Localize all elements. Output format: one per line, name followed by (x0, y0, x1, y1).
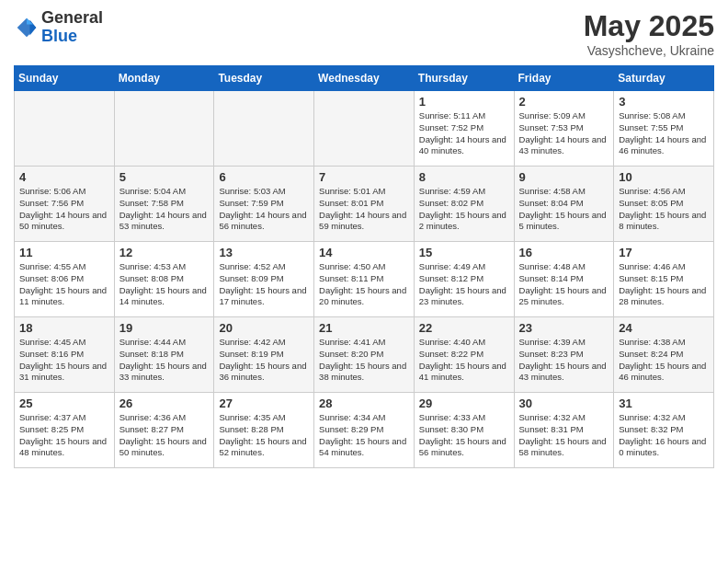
day-number: 9 (519, 170, 609, 184)
calendar-day-cell: 10Sunrise: 4:56 AMSunset: 8:05 PMDayligh… (614, 167, 714, 242)
day-number: 20 (219, 321, 309, 335)
calendar-day-cell: 20Sunrise: 4:42 AMSunset: 8:19 PMDayligh… (214, 317, 314, 393)
calendar-day-cell: 12Sunrise: 4:53 AMSunset: 8:08 PMDayligh… (114, 242, 214, 317)
day-number: 23 (519, 321, 609, 335)
day-info: Sunrise: 4:37 AMSunset: 8:25 PMDaylight:… (19, 412, 109, 459)
day-number: 29 (419, 396, 509, 410)
day-number: 17 (619, 246, 709, 259)
calendar-day-cell: 15Sunrise: 4:49 AMSunset: 8:12 PMDayligh… (414, 242, 514, 317)
calendar-day-cell (114, 91, 214, 167)
day-info: Sunrise: 4:32 AMSunset: 8:31 PMDaylight:… (519, 412, 609, 459)
calendar-day-cell: 24Sunrise: 4:38 AMSunset: 8:24 PMDayligh… (614, 317, 714, 393)
calendar-day-cell: 26Sunrise: 4:36 AMSunset: 8:27 PMDayligh… (114, 393, 214, 468)
day-number: 28 (319, 396, 409, 410)
day-number: 19 (119, 321, 210, 335)
day-info: Sunrise: 4:35 AMSunset: 8:28 PMDaylight:… (219, 412, 309, 459)
calendar-week-row: 18Sunrise: 4:45 AMSunset: 8:16 PMDayligh… (15, 317, 714, 393)
day-info: Sunrise: 4:55 AMSunset: 8:06 PMDaylight:… (19, 261, 109, 308)
header: General Blue May 2025 Vasyshcheve, Ukrai… (14, 9, 714, 58)
day-info: Sunrise: 4:44 AMSunset: 8:18 PMDaylight:… (119, 337, 210, 384)
day-info: Sunrise: 4:49 AMSunset: 8:12 PMDaylight:… (419, 261, 509, 308)
calendar-week-row: 11Sunrise: 4:55 AMSunset: 8:06 PMDayligh… (15, 242, 714, 317)
header-saturday: Saturday (614, 66, 714, 91)
calendar-week-row: 1Sunrise: 5:11 AMSunset: 7:52 PMDaylight… (15, 91, 714, 167)
calendar-day-cell: 28Sunrise: 4:34 AMSunset: 8:29 PMDayligh… (314, 393, 415, 468)
day-info: Sunrise: 4:46 AMSunset: 8:15 PMDaylight:… (619, 261, 709, 308)
calendar-day-cell (15, 91, 115, 167)
header-friday: Friday (514, 66, 614, 91)
day-info: Sunrise: 4:53 AMSunset: 8:08 PMDaylight:… (119, 261, 210, 308)
day-number: 3 (619, 95, 709, 109)
day-info: Sunrise: 5:11 AMSunset: 7:52 PMDaylight:… (419, 110, 509, 157)
day-number: 24 (619, 321, 709, 335)
day-number: 18 (19, 321, 109, 335)
calendar-week-row: 4Sunrise: 5:06 AMSunset: 7:56 PMDaylight… (15, 167, 714, 242)
day-info: Sunrise: 4:32 AMSunset: 8:32 PMDaylight:… (619, 412, 709, 459)
calendar-subtitle: Vasyshcheve, Ukraine (584, 43, 714, 58)
day-info: Sunrise: 4:41 AMSunset: 8:20 PMDaylight:… (319, 337, 409, 384)
calendar-day-cell: 9Sunrise: 4:58 AMSunset: 8:04 PMDaylight… (514, 167, 614, 242)
day-number: 10 (619, 170, 709, 184)
day-number: 8 (419, 170, 509, 184)
day-number: 2 (519, 95, 609, 109)
day-number: 5 (119, 170, 210, 184)
calendar-day-cell: 21Sunrise: 4:41 AMSunset: 8:20 PMDayligh… (314, 317, 415, 393)
calendar-day-cell: 11Sunrise: 4:55 AMSunset: 8:06 PMDayligh… (15, 242, 115, 317)
svg-marker-1 (29, 19, 36, 35)
calendar-day-cell: 27Sunrise: 4:35 AMSunset: 8:28 PMDayligh… (214, 393, 314, 468)
day-number: 26 (119, 396, 210, 410)
calendar-day-cell: 4Sunrise: 5:06 AMSunset: 7:56 PMDaylight… (15, 167, 115, 242)
calendar-day-cell: 31Sunrise: 4:32 AMSunset: 8:32 PMDayligh… (614, 393, 714, 468)
day-number: 7 (319, 170, 409, 184)
day-info: Sunrise: 4:42 AMSunset: 8:19 PMDaylight:… (219, 337, 309, 384)
day-number: 13 (219, 246, 309, 259)
day-number: 21 (319, 321, 409, 335)
day-info: Sunrise: 4:50 AMSunset: 8:11 PMDaylight:… (319, 261, 409, 308)
calendar-day-cell: 16Sunrise: 4:48 AMSunset: 8:14 PMDayligh… (514, 242, 614, 317)
day-info: Sunrise: 5:09 AMSunset: 7:53 PMDaylight:… (519, 110, 609, 157)
calendar-day-cell: 1Sunrise: 5:11 AMSunset: 7:52 PMDaylight… (414, 91, 514, 167)
day-number: 31 (619, 396, 709, 410)
header-thursday: Thursday (414, 66, 514, 91)
calendar-day-cell: 7Sunrise: 5:01 AMSunset: 8:01 PMDaylight… (314, 167, 415, 242)
header-monday: Monday (114, 66, 214, 91)
day-info: Sunrise: 4:40 AMSunset: 8:22 PMDaylight:… (419, 337, 509, 384)
day-number: 30 (519, 396, 609, 410)
day-info: Sunrise: 5:03 AMSunset: 7:59 PMDaylight:… (219, 186, 309, 233)
page: General Blue May 2025 Vasyshcheve, Ukrai… (0, 0, 728, 563)
day-number: 22 (419, 321, 509, 335)
day-number: 11 (19, 246, 109, 259)
header-sunday: Sunday (15, 66, 115, 91)
calendar-table: Sunday Monday Tuesday Wednesday Thursday… (14, 65, 714, 468)
day-info: Sunrise: 5:04 AMSunset: 7:58 PMDaylight:… (119, 186, 210, 233)
day-info: Sunrise: 4:58 AMSunset: 8:04 PMDaylight:… (519, 186, 609, 233)
calendar-day-cell: 30Sunrise: 4:32 AMSunset: 8:31 PMDayligh… (514, 393, 614, 468)
day-number: 12 (119, 246, 210, 259)
day-info: Sunrise: 5:08 AMSunset: 7:55 PMDaylight:… (619, 110, 709, 157)
calendar-week-row: 25Sunrise: 4:37 AMSunset: 8:25 PMDayligh… (15, 393, 714, 468)
day-number: 1 (419, 95, 509, 109)
day-info: Sunrise: 4:48 AMSunset: 8:14 PMDaylight:… (519, 261, 609, 308)
day-info: Sunrise: 4:39 AMSunset: 8:23 PMDaylight:… (519, 337, 609, 384)
day-number: 16 (519, 246, 609, 259)
day-number: 15 (419, 246, 509, 259)
day-number: 6 (219, 170, 309, 184)
calendar-day-cell: 18Sunrise: 4:45 AMSunset: 8:16 PMDayligh… (15, 317, 115, 393)
day-info: Sunrise: 5:06 AMSunset: 7:56 PMDaylight:… (19, 186, 109, 233)
calendar-day-cell: 5Sunrise: 5:04 AMSunset: 7:58 PMDaylight… (114, 167, 214, 242)
weekday-header-row: Sunday Monday Tuesday Wednesday Thursday… (15, 66, 714, 91)
day-info: Sunrise: 4:56 AMSunset: 8:05 PMDaylight:… (619, 186, 709, 233)
day-number: 27 (219, 396, 309, 410)
day-info: Sunrise: 4:34 AMSunset: 8:29 PMDaylight:… (319, 412, 409, 459)
day-number: 25 (19, 396, 109, 410)
logo-general-text: General (41, 8, 103, 27)
calendar-day-cell: 22Sunrise: 4:40 AMSunset: 8:22 PMDayligh… (414, 317, 514, 393)
day-info: Sunrise: 4:59 AMSunset: 8:02 PMDaylight:… (419, 186, 509, 233)
header-wednesday: Wednesday (314, 66, 415, 91)
calendar-day-cell: 13Sunrise: 4:52 AMSunset: 8:09 PMDayligh… (214, 242, 314, 317)
calendar-day-cell: 2Sunrise: 5:09 AMSunset: 7:53 PMDaylight… (514, 91, 614, 167)
calendar-day-cell: 17Sunrise: 4:46 AMSunset: 8:15 PMDayligh… (614, 242, 714, 317)
logo: General Blue (14, 9, 103, 46)
title-block: May 2025 Vasyshcheve, Ukraine (584, 9, 714, 58)
calendar-day-cell: 29Sunrise: 4:33 AMSunset: 8:30 PMDayligh… (414, 393, 514, 468)
